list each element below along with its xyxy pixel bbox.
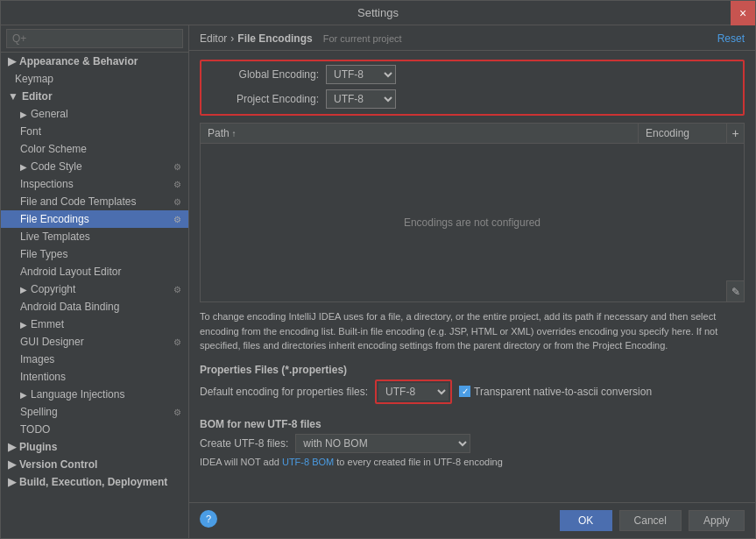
- sidebar-item-keymap[interactable]: Keymap: [1, 70, 188, 88]
- sidebar-item-file-types[interactable]: File Types: [1, 245, 188, 263]
- sidebar-item-color-scheme[interactable]: Color Scheme: [1, 140, 188, 158]
- transparent-checkbox-row: Transparent native-to-ascii conversion: [459, 386, 652, 398]
- sidebar-item-build[interactable]: ▶ Build, Execution, Deployment: [1, 473, 188, 491]
- sidebar-item-code-style[interactable]: ▶ Code Style ⚙: [1, 158, 188, 175]
- sidebar-item-spelling[interactable]: Spelling ⚙: [1, 403, 188, 421]
- reset-button[interactable]: Reset: [717, 32, 745, 45]
- sidebar-item-label: GUI Designer: [20, 336, 84, 348]
- sidebar-item-android-data-binding[interactable]: Android Data Binding: [1, 298, 188, 316]
- main-header: Editor › File Encodings For current proj…: [189, 25, 755, 51]
- settings-icon: ⚙: [173, 215, 181, 224]
- properties-encoding-select[interactable]: UTF-8: [378, 383, 449, 401]
- sidebar-item-label: Images: [20, 353, 54, 365]
- bom-row: Create UTF-8 files: with NO BOM with BOM…: [200, 434, 745, 453]
- breadcrumb-separator: ›: [230, 32, 234, 45]
- sidebar-item-intentions[interactable]: Intentions: [1, 368, 188, 386]
- sidebar-item-label: Live Templates: [20, 230, 90, 243]
- transparent-label: Transparent native-to-ascii conversion: [474, 386, 652, 398]
- sidebar-item-file-encodings[interactable]: File Encodings ⚙: [1, 210, 188, 228]
- sidebar-item-label: General: [31, 108, 68, 120]
- bom-select[interactable]: with NO BOM with BOM with BOM (Windows o…: [295, 434, 470, 453]
- sidebar-item-appearance[interactable]: ▶ Appearance & Behavior: [1, 53, 188, 70]
- arrow-icon: ▶: [20, 110, 27, 119]
- bottom-bar: ? OK Cancel Apply: [189, 502, 755, 538]
- arrow-icon: ▼: [8, 90, 18, 103]
- sidebar: ▶ Appearance & Behavior Keymap ▼ Editor …: [1, 25, 189, 538]
- sidebar-item-file-templates[interactable]: File and Code Templates ⚙: [1, 193, 188, 210]
- table-empty-message: Encodings are not configured: [404, 216, 541, 229]
- settings-window: Settings × ▶ Appearance & Behavior Keyma…: [0, 0, 756, 539]
- sidebar-item-general[interactable]: ▶ General: [1, 105, 188, 123]
- path-column-header: Path: [201, 124, 639, 143]
- global-encoding-row: Global Encoding: UTF-8: [205, 65, 739, 84]
- arrow-icon: ▶: [20, 285, 27, 294]
- sidebar-item-label: Android Layout Editor: [20, 266, 121, 278]
- settings-icon: ⚙: [173, 285, 181, 294]
- sidebar-item-label: Android Data Binding: [20, 301, 119, 313]
- ok-button[interactable]: OK: [560, 510, 612, 531]
- sidebar-item-label: Editor: [22, 90, 53, 103]
- search-box: [1, 25, 188, 53]
- sidebar-item-label: Code Style: [31, 160, 82, 173]
- sidebar-item-label: Copyright: [31, 283, 75, 295]
- project-hint: For current project: [323, 33, 402, 44]
- sidebar-item-android-layout[interactable]: Android Layout Editor: [1, 263, 188, 280]
- window-title: Settings: [357, 6, 399, 19]
- add-encoding-button[interactable]: +: [726, 124, 744, 143]
- description-text: To change encoding IntelliJ IDEA uses fo…: [200, 309, 745, 353]
- main-body: Global Encoding: UTF-8 Project Encoding:…: [189, 51, 755, 502]
- properties-section: Properties Files (*.properties) Default …: [200, 360, 745, 404]
- encoding-column-header: Encoding: [639, 124, 726, 143]
- cancel-button[interactable]: Cancel: [619, 510, 682, 531]
- global-encoding-select[interactable]: UTF-8: [326, 65, 396, 84]
- bom-section: BOM for new UTF-8 files Create UTF-8 fil…: [200, 415, 745, 467]
- edit-encoding-button[interactable]: ✎: [726, 280, 744, 301]
- project-encoding-label: Project Encoding:: [205, 93, 319, 105]
- properties-encoding-row: Default encoding for properties files: U…: [200, 379, 745, 404]
- sidebar-item-images[interactable]: Images: [1, 351, 188, 368]
- main-panel: Editor › File Encodings For current proj…: [189, 25, 755, 538]
- global-encoding-label: Global Encoding:: [205, 68, 319, 81]
- project-encoding-row: Project Encoding: UTF-8: [205, 89, 739, 109]
- sidebar-item-label: Appearance & Behavior: [19, 55, 138, 67]
- sidebar-item-label: Language Injections: [31, 388, 124, 401]
- sidebar-item-inspections[interactable]: Inspections ⚙: [1, 175, 188, 193]
- arrow-icon: ▶: [8, 476, 16, 488]
- help-button[interactable]: ?: [200, 510, 217, 528]
- sidebar-item-gui-designer[interactable]: GUI Designer ⚙: [1, 333, 188, 351]
- sidebar-item-label: Color Scheme: [20, 143, 87, 155]
- sidebar-item-label: Keymap: [15, 73, 53, 85]
- sidebar-item-label: Font: [20, 125, 41, 138]
- title-bar: Settings ×: [1, 1, 755, 25]
- sidebar-item-font[interactable]: Font: [1, 123, 188, 140]
- bom-note-suffix: to every created file in UTF-8 encoding: [334, 457, 503, 467]
- main-content: ▶ Appearance & Behavior Keymap ▼ Editor …: [1, 25, 755, 538]
- search-input[interactable]: [6, 29, 183, 48]
- sidebar-item-editor[interactable]: ▼ Editor: [1, 88, 188, 105]
- sidebar-item-version-control[interactable]: ▶ Version Control: [1, 456, 188, 473]
- properties-section-label: Properties Files (*.properties): [200, 364, 745, 376]
- properties-encoding-highlight: UTF-8: [375, 379, 452, 404]
- bom-section-label: BOM for new UTF-8 files: [200, 418, 745, 430]
- sidebar-item-copyright[interactable]: ▶ Copyright ⚙: [1, 280, 188, 298]
- table-body: Encodings are not configured: [201, 144, 744, 301]
- sidebar-item-plugins[interactable]: ▶ Plugins: [1, 438, 188, 456]
- sidebar-item-live-templates[interactable]: Live Templates: [1, 228, 188, 245]
- project-encoding-select[interactable]: UTF-8: [326, 89, 396, 109]
- table-header: Path Encoding +: [201, 124, 744, 144]
- sidebar-item-todo[interactable]: TODO: [1, 421, 188, 438]
- transparent-checkbox[interactable]: [459, 386, 470, 397]
- settings-icon: ⚙: [173, 197, 181, 207]
- sidebar-item-label: Spelling: [20, 406, 58, 418]
- sidebar-item-label: File and Code Templates: [20, 195, 137, 208]
- arrow-icon: ▶: [8, 55, 16, 67]
- encoding-box: Global Encoding: UTF-8 Project Encoding:…: [200, 60, 745, 116]
- settings-icon: ⚙: [173, 162, 181, 172]
- bom-link[interactable]: UTF-8 BOM: [282, 457, 334, 467]
- sidebar-item-label: Plugins: [19, 441, 57, 453]
- sidebar-item-emmet[interactable]: ▶ Emmet: [1, 316, 188, 333]
- close-button[interactable]: ×: [731, 1, 755, 25]
- sidebar-item-language-injections[interactable]: ▶ Language Injections: [1, 386, 188, 403]
- sidebar-item-label: Inspections: [20, 178, 74, 190]
- apply-button[interactable]: Apply: [689, 510, 745, 531]
